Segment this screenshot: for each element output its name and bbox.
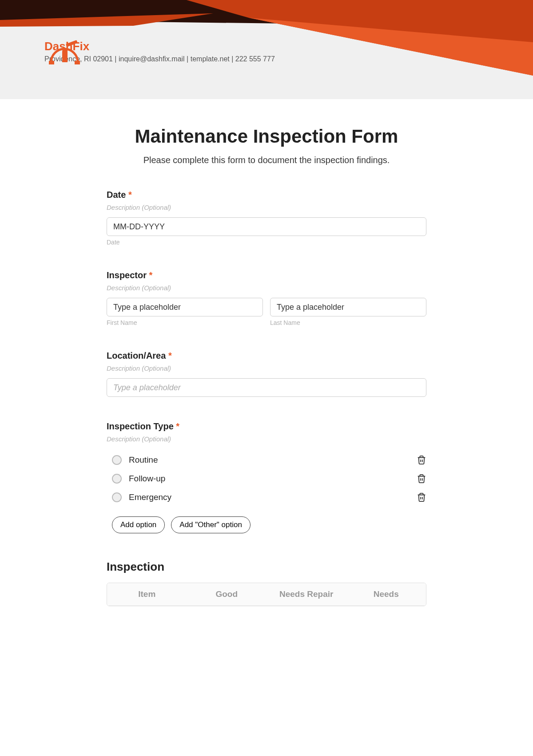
field-location: Location/Area * Description (Optional) xyxy=(107,351,426,397)
header-banner: DashFix Providence, RI 02901 | inquire@d… xyxy=(0,0,533,99)
date-sublabel: Date xyxy=(107,239,426,246)
svg-rect-6 xyxy=(66,40,78,47)
radio-routine[interactable] xyxy=(112,455,122,465)
field-inspection-type: Inspection Type * Description (Optional)… xyxy=(107,421,426,533)
company-logo xyxy=(44,38,84,69)
trash-icon[interactable] xyxy=(417,474,426,484)
field-inspector: Inspector * Description (Optional) First… xyxy=(107,270,426,326)
type-description[interactable]: Description (Optional) xyxy=(107,435,426,443)
last-name-sublabel: Last Name xyxy=(270,319,426,326)
radio-row-routine: Routine xyxy=(107,451,426,469)
location-input[interactable] xyxy=(107,378,426,397)
radio-label-routine[interactable]: Routine xyxy=(129,455,158,465)
page-title: Maintenance Inspection Form xyxy=(107,126,426,147)
page-subtitle: Please complete this form to document th… xyxy=(107,155,426,165)
svg-rect-5 xyxy=(75,61,80,64)
location-description[interactable]: Description (Optional) xyxy=(107,364,426,372)
inspector-description[interactable]: Description (Optional) xyxy=(107,284,426,292)
inspection-heading: Inspection xyxy=(107,560,426,574)
th-needs-repair: Needs Repair xyxy=(266,583,346,605)
type-label: Inspection Type * xyxy=(107,421,426,432)
add-other-option-button[interactable]: Add "Other" option xyxy=(171,516,251,533)
radio-followup[interactable] xyxy=(112,474,122,484)
table-header: Item Good Needs Repair Needs xyxy=(107,583,426,606)
svg-rect-4 xyxy=(49,61,54,64)
inspector-label: Inspector * xyxy=(107,270,426,280)
radio-label-followup[interactable]: Follow-up xyxy=(129,474,165,484)
radio-label-emergency[interactable]: Emergency xyxy=(129,492,171,502)
th-good: Good xyxy=(187,583,267,605)
inspection-table: Item Good Needs Repair Needs xyxy=(107,583,426,606)
last-name-input[interactable] xyxy=(270,298,426,316)
trash-icon[interactable] xyxy=(417,455,426,465)
brand-block: DashFix Providence, RI 02901 | inquire@d… xyxy=(44,38,275,63)
date-label: Date * xyxy=(107,190,426,200)
date-description[interactable]: Description (Optional) xyxy=(107,204,426,211)
radio-row-emergency: Emergency xyxy=(107,488,426,507)
trash-icon[interactable] xyxy=(417,492,426,502)
radio-emergency[interactable] xyxy=(112,492,122,502)
location-label: Location/Area * xyxy=(107,351,426,361)
form-container: Maintenance Inspection Form Please compl… xyxy=(84,99,449,624)
field-date: Date * Description (Optional) Date xyxy=(107,190,426,246)
first-name-input[interactable] xyxy=(107,298,263,316)
first-name-sublabel: First Name xyxy=(107,319,263,326)
radio-row-followup: Follow-up xyxy=(107,469,426,488)
add-option-button[interactable]: Add option xyxy=(112,516,165,533)
th-needs: Needs xyxy=(346,583,426,605)
date-input[interactable] xyxy=(107,217,426,236)
svg-rect-7 xyxy=(64,50,67,55)
radio-list: Routine Follow-up Emergency xyxy=(107,451,426,507)
th-item: Item xyxy=(107,583,187,605)
